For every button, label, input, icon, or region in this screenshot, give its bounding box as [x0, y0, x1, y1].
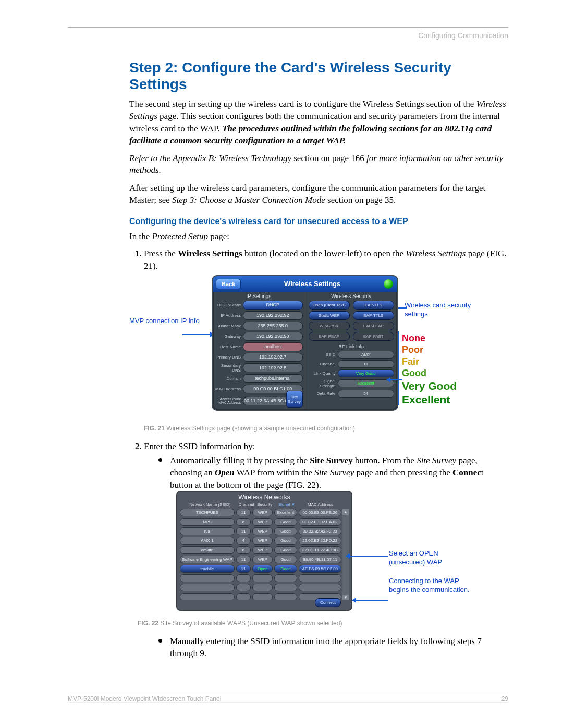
t: Site Survey — [314, 467, 354, 477]
cell-empty — [299, 574, 341, 582]
bullet-auto: Automatically filling it by pressing the… — [170, 454, 508, 628]
table-row[interactable]: NPS6WEPGood00.02.E3.02.EA.02 — [180, 518, 341, 526]
primary-dns-field[interactable]: 192.192.92.7 — [243, 353, 303, 362]
subnet-field[interactable]: 255.255.255.0 — [243, 322, 303, 330]
table-row[interactable]: TECHPUBS11WEPExcellent00.00.E3.00.FB.26 — [180, 509, 341, 516]
cell-name: TECHPUBS — [180, 509, 235, 516]
callout-connect: Connecting to the WAP begins the communi… — [389, 577, 472, 595]
t: Step 3: Choose a Master Connection Mode — [172, 195, 325, 205]
quality-scale: None Poor Fair Good Very Good Excellent — [402, 332, 457, 407]
hostname-field[interactable]: localhost — [243, 342, 303, 351]
cell-empty — [274, 593, 297, 600]
sec-wpa-psk-button[interactable]: WPA-PSK — [309, 322, 350, 330]
cell-name: Software Engineering WAP — [180, 556, 235, 563]
sec-eap-leap-button[interactable]: EAP-LEAP — [353, 322, 394, 330]
col-header: IP Settings — [215, 293, 303, 299]
net-title: Wireless Networks — [179, 493, 350, 501]
table-row[interactable]: amxitg6WEPGood22.0C.11.22.4D.9B — [180, 546, 341, 554]
site-survey-button[interactable]: Site Survey — [286, 391, 303, 408]
link-quality-field: Very Good — [338, 369, 395, 377]
arrow-icon — [387, 379, 402, 380]
cell-mac: 00.00.E3.00.FB.26 — [299, 509, 341, 516]
footer: MVP-5200i Modero Viewpoint Widescreen To… — [68, 693, 508, 703]
ip-field[interactable]: 192.192.292.92 — [243, 311, 303, 320]
content: Step 2: Configure the Card's Wireless Se… — [129, 59, 508, 660]
sec-eap-fast-button[interactable]: EAP-FAST — [353, 332, 394, 341]
wireless-networks-panel: Wireless Networks Network Name (SSID) Ch… — [176, 491, 352, 611]
q-poor: Poor — [402, 344, 457, 356]
hdr-security[interactable]: Security — [255, 502, 275, 507]
table-row[interactable]: AMX-14WEPGood22.02.E3.22.FD.22 — [180, 537, 341, 545]
sec-static-wep-button[interactable]: Static WEP — [309, 311, 350, 320]
t: Protected Setup — [152, 231, 207, 241]
para-intro: The second step in setting up the wirele… — [129, 98, 508, 147]
hdr-signal[interactable]: Signal ▼ — [276, 502, 297, 507]
net-header: Network Name (SSID) Channel Security Sig… — [180, 502, 341, 507]
cell-sig: Good — [274, 565, 297, 573]
connect-button[interactable]: Connect — [315, 598, 341, 607]
t: WAP from within the — [235, 467, 314, 477]
sec-eap-peap-button[interactable]: EAP-PEAP — [309, 332, 350, 341]
para-protected: In the Protected Setup page: — [129, 230, 508, 242]
sec-eap-ttls-button[interactable]: EAP-TTLS — [353, 311, 394, 320]
cell-empty — [180, 593, 235, 600]
cell-mac: AE.B6.09.5C.02.09 — [299, 565, 341, 573]
cell-empty — [236, 574, 251, 582]
scroll-up-icon[interactable]: ▲ — [342, 509, 349, 515]
lbl: Gateway — [215, 334, 243, 339]
hdr-channel[interactable]: Channel — [239, 502, 253, 507]
channel-field: 11 — [338, 360, 395, 368]
t: Site Survey — [417, 455, 456, 465]
t: Press the — [144, 249, 178, 258]
callout-mvp: MVP connection IP info — [129, 317, 207, 326]
t: button. From the — [353, 455, 417, 465]
arrow-icon — [352, 600, 388, 601]
status-led-icon — [384, 279, 393, 289]
cell-sec: WEP — [252, 537, 273, 545]
cell-empty — [180, 574, 235, 582]
cell-empty — [236, 584, 251, 591]
cell-sec: WEP — [252, 509, 273, 516]
cell-sec: Open — [252, 565, 273, 573]
table-row[interactable]: n/a11WEPGood00.22.B2.42.F2.22 — [180, 527, 341, 535]
hdr-mac[interactable]: MAC Address — [299, 502, 341, 507]
sec-eap-tls-button[interactable]: EAP-TLS — [353, 301, 394, 310]
cell-mac: 00.02.E3.02.EA.02 — [299, 518, 341, 526]
panel-titlebar: Back Wireless Settings — [213, 276, 397, 292]
table-row[interactable]: Software Engineering WAP11WEPGoodB8.90.4… — [180, 556, 341, 563]
cell-ch: 11 — [236, 556, 251, 563]
ssid-field[interactable]: AMX — [338, 351, 395, 359]
lbl: Secondary DNS — [215, 363, 243, 373]
secondary-dns-field[interactable]: 192.192.92.5 — [243, 363, 303, 372]
back-button[interactable]: Back — [216, 279, 241, 289]
bracket-icon — [398, 331, 399, 405]
top-rule — [68, 27, 508, 28]
table-row[interactable]: tmobile11OpenGoodAE.B6.09.5C.02.09 — [180, 565, 341, 573]
t: Open — [215, 467, 235, 477]
lbl: Access Point MAC Address — [215, 397, 243, 405]
step-1: Press the Wireless Settings button (loca… — [144, 248, 508, 433]
dhcp-button[interactable]: DHCP — [243, 301, 303, 310]
page-title: Step 2: Configure the Card's Wireless Se… — [129, 59, 508, 93]
cell-sig: Excellent — [274, 509, 297, 516]
t: Site Survey of available WAPS (Unsecured… — [158, 620, 342, 627]
sec-open-button[interactable]: Open (Clear Text) — [309, 301, 350, 310]
net-body: ▲▼ TECHPUBS11WEPExcellent00.00.E3.00.FB.… — [179, 509, 350, 600]
cell-name: NPS — [180, 518, 235, 526]
hdr-name[interactable]: Network Name (SSID) — [180, 502, 237, 507]
page: Configuring Communication Step 2: Config… — [0, 0, 563, 728]
t: Wireless Settings page (showing a sample… — [165, 425, 355, 432]
cell-ch: 11 — [236, 509, 251, 516]
t: Connec — [452, 467, 481, 477]
scroll-down-icon[interactable]: ▼ — [342, 595, 349, 600]
gateway-field[interactable]: 192.192.292.90 — [243, 332, 303, 341]
cell-mac: B8.90.4B.11.57.11 — [299, 556, 341, 563]
step-2: Enter the SSID information by: Automatic… — [144, 440, 508, 660]
domain-field[interactable]: techpubs.internal — [243, 374, 303, 383]
lbl: Domain — [215, 376, 243, 381]
cell-sig: Good — [274, 527, 297, 535]
t: page and then pressing the — [354, 467, 452, 477]
ip-settings-column: IP Settings DHCP/StaticDHCP IP Address19… — [213, 292, 305, 410]
cell-empty — [299, 584, 341, 591]
q-none: None — [402, 332, 457, 344]
